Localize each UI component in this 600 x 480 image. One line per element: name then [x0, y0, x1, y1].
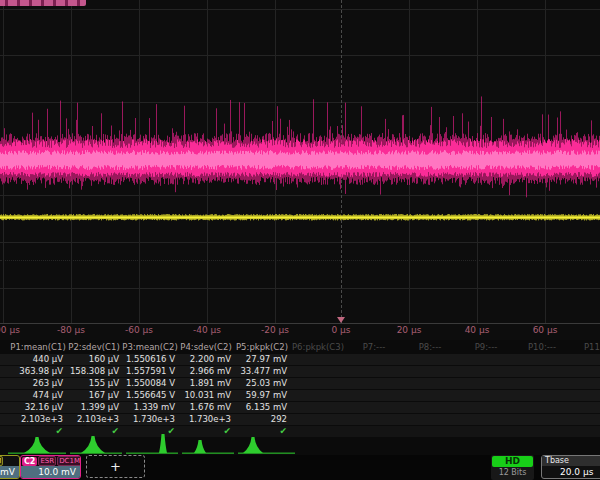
measure-value-r6-p7 — [346, 414, 402, 425]
measure-value-r3-p11 — [570, 378, 600, 389]
measure-value-r4-p7 — [346, 390, 402, 401]
measure-value-r4-p10 — [514, 390, 570, 401]
measure-value-r4-p4: 10.031 mV — [178, 390, 234, 401]
c1-coupling-badge: DC1M — [0, 456, 3, 466]
measure-value-r6-p2: 2.103e+3 — [66, 414, 122, 425]
measure-value-r5-p3: 1.339 mV — [122, 402, 178, 413]
measure-value-r4-p1: 474 µV — [10, 390, 66, 401]
measure-value-r3-p9 — [458, 378, 514, 389]
channel-c1-descriptor[interactable]: C1 DC1M 10.0 mV — [0, 455, 20, 479]
measure-value-r3-p2: 155 µV — [66, 378, 122, 389]
param-header-p8[interactable]: P8:--- — [402, 342, 458, 353]
param-header-p11[interactable]: P11:--- — [570, 342, 600, 353]
measure-value-r2-p1: 363.98 µV — [10, 366, 66, 377]
hd-badge: HD — [492, 456, 533, 467]
measure-value-r2-p3: 1.557591 V — [122, 366, 178, 377]
plus-icon: + — [110, 459, 121, 474]
measure-value-r6-p6 — [290, 414, 346, 425]
measure-value-r1-p5: 27.97 mV — [234, 354, 290, 365]
measure-value-r1-p6 — [290, 354, 346, 365]
measure-value-r6-p1: 2.103e+3 — [10, 414, 66, 425]
measure-value-r5-p9 — [458, 402, 514, 413]
measure-value-r5-p5: 6.135 mV — [234, 402, 290, 413]
measure-value-r2-p8 — [402, 366, 458, 377]
c1-vertical-scale: 10.0 mV — [0, 466, 19, 478]
measure-value-r2-p9 — [458, 366, 514, 377]
measure-value-r1-p11 — [570, 354, 600, 365]
measure-value-r1-p8 — [402, 354, 458, 365]
c2-descriptor-header: C2 ESR DC1M — [21, 456, 80, 466]
measure-value-r3-p7 — [346, 378, 402, 389]
measure-value-r5-p4: 1.676 mV — [178, 402, 234, 413]
measure-value-r4-p2: 167 µV — [66, 390, 122, 401]
histicon-peak — [194, 440, 206, 453]
measure-value-r1-p3: 1.550616 V — [122, 354, 178, 365]
measure-value-r3-p4: 1.891 mV — [178, 378, 234, 389]
time-axis-tick-label: -80 µs — [57, 325, 85, 335]
measure-value-r4-p11 — [570, 390, 600, 401]
measure-value-r4-p3: 1.556645 V — [122, 390, 178, 401]
measure-value-r5-p7 — [346, 402, 402, 413]
histicon-peak — [243, 437, 263, 453]
measure-value-r5-p11 — [570, 402, 600, 413]
c2-label: C2 — [22, 457, 37, 466]
descriptor-bar: C1 DC1M 10.0 mV C2 ESR DC1M 10.0 mV + HD… — [0, 455, 600, 480]
histicon-baseline — [182, 453, 234, 454]
measure-value-r1-p10 — [514, 354, 570, 365]
param-header-p7[interactable]: P7:--- — [346, 342, 402, 353]
measure-value-r5-p6 — [290, 402, 346, 413]
measure-value-r4-p6 — [290, 390, 346, 401]
measure-value-r4-p9 — [458, 390, 514, 401]
measure-value-r3-p10 — [514, 378, 570, 389]
measure-value-r1-p4: 2.200 mV — [178, 354, 234, 365]
histicon-peak — [24, 437, 50, 453]
measure-value-r6-p9 — [458, 414, 514, 425]
measure-value-r4-p8 — [402, 390, 458, 401]
param-header-p10[interactable]: P10:--- — [514, 342, 570, 353]
time-axis-labels: -100 µs-80 µs-60 µs-40 µs-20 µs0 µs20 µs… — [0, 325, 600, 337]
measure-value-r3-p8 — [402, 378, 458, 389]
measure-value-r2-p4: 2.966 mV — [178, 366, 234, 377]
waveform-display-area[interactable]: -100 µs-80 µs-60 µs-40 µs-20 µs0 µs20 µs… — [0, 0, 600, 340]
measure-value-r5-p1: 32.16 µV — [10, 402, 66, 413]
time-axis-tick-label: -60 µs — [125, 325, 153, 335]
time-axis-tick-label: 40 µs — [465, 325, 490, 335]
time-axis-baseline — [0, 323, 600, 324]
timebase-title: Tbase — [542, 456, 600, 466]
measure-value-r3-p3: 1.550084 V — [122, 378, 178, 389]
measure-value-r6-p11 — [570, 414, 600, 425]
trigger-time-marker-icon[interactable] — [337, 317, 345, 323]
add-trace-button[interactable]: + — [86, 455, 145, 478]
waveform-canvas — [0, 0, 600, 323]
timebase-descriptor[interactable]: Tbase 20.0 µs — [541, 455, 600, 479]
measure-value-r2-p10 — [514, 366, 570, 377]
measure-value-r5-p8 — [402, 402, 458, 413]
param-header-p6[interactable]: P6:pkpk(C3) — [290, 342, 346, 353]
time-axis-tick-label: 0 µs — [331, 325, 350, 335]
hd-bit-depth: 12 Bits — [491, 467, 534, 479]
measure-value-r3-p6 — [290, 378, 346, 389]
hd-mode-indicator[interactable]: HD 12 Bits — [491, 455, 534, 480]
param-header-p2[interactable]: P2:sdev(C1) — [66, 342, 122, 353]
histicon-baseline — [126, 453, 178, 454]
measure-value-r3-p1: 263 µV — [10, 378, 66, 389]
time-axis-tick-label: -100 µs — [0, 325, 20, 335]
clipped-pink-badge — [0, 0, 86, 6]
histicon-peak — [159, 434, 167, 453]
param-header-p3[interactable]: P3:mean(C2) — [122, 342, 178, 353]
oscilloscope-screen: -100 µs-80 µs-60 µs-40 µs-20 µs0 µs20 µs… — [0, 0, 600, 480]
measure-value-r4-p5: 59.97 mV — [234, 390, 290, 401]
measure-value-r5-p2: 1.399 µV — [66, 402, 122, 413]
measure-value-r1-p2: 160 µV — [66, 354, 122, 365]
measurement-histicons — [0, 432, 600, 456]
param-header-p4[interactable]: P4:sdev(C2) — [178, 342, 234, 353]
measure-value-r1-p7 — [346, 354, 402, 365]
param-header-p5[interactable]: P5:pkpk(C2) — [234, 342, 290, 353]
measure-value-r6-p8 — [402, 414, 458, 425]
c1-descriptor-header: C1 DC1M — [0, 456, 19, 466]
measure-value-r3-p5: 25.03 mV — [234, 378, 290, 389]
param-header-p9[interactable]: P9:--- — [458, 342, 514, 353]
measure-value-r2-p2: 158.308 µV — [66, 366, 122, 377]
channel-c2-descriptor[interactable]: C2 ESR DC1M 10.0 mV — [20, 455, 81, 479]
param-header-p1[interactable]: P1:mean(C1) — [10, 342, 66, 353]
